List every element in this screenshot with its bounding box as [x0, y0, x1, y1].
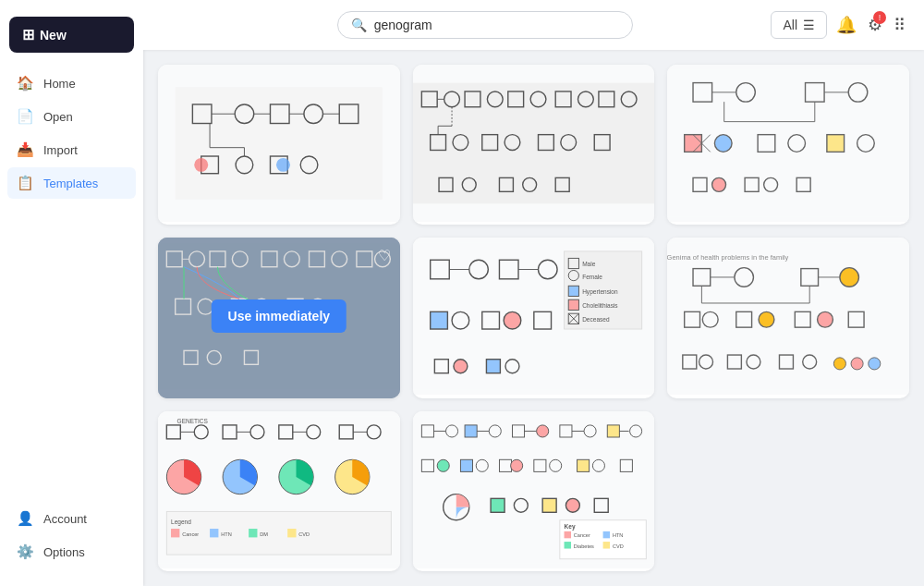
svg-point-183 [536, 425, 548, 437]
svg-text:Key: Key [564, 523, 575, 531]
sidebar-item-account[interactable]: 👤 Account [7, 503, 136, 534]
svg-rect-168 [210, 529, 218, 537]
svg-point-195 [510, 459, 522, 471]
sidebar-item-import[interactable]: 📥 Import [7, 134, 136, 165]
svg-point-132 [818, 312, 833, 328]
svg-point-57 [715, 135, 733, 153]
svg-text:Female: Female [582, 274, 602, 280]
svg-point-126 [840, 268, 859, 287]
template-card-medical-2[interactable]: GENETICS [158, 411, 400, 571]
template-card-medical-1[interactable]: Male Female Hypertension Cholelithiasis … [413, 238, 655, 397]
svg-rect-19 [413, 83, 655, 204]
sidebar-account-label: Account [43, 512, 87, 526]
card-info-medical-1: Medical Genogram 👁 105 ♡ 2 ⧉ 6 [413, 395, 655, 397]
use-immediately-button[interactable]: Use immediately [212, 299, 347, 333]
import-icon: 📥 [17, 141, 34, 158]
sidebar-item-import-label: Import [43, 143, 78, 157]
svg-rect-213 [564, 542, 570, 548]
card-thumb-top-middle [413, 65, 655, 222]
open-icon: 📄 [17, 108, 34, 125]
options-icon: ⚙️ [17, 543, 34, 560]
svg-text:CVD: CVD [613, 543, 624, 548]
svg-point-142 [869, 358, 881, 370]
svg-text:DM: DM [260, 531, 268, 536]
sidebar-item-home-label: Home [43, 77, 76, 91]
template-grid: 👁 68 ♡ 3 ⧉ 44 [143, 50, 924, 586]
template-card-top-middle[interactable]: 👁 408.0k ♡ 65 ⧉ 9.4k [413, 65, 655, 225]
search-input[interactable] [374, 18, 619, 32]
card-thumb-nursing: Key Cancer HTN Diabetes CVD [413, 411, 655, 568]
sidebar-item-templates[interactable]: 📋 Templates [7, 167, 136, 199]
svg-text:CVD: CVD [298, 531, 310, 536]
filter-button[interactable]: All ☰ [771, 11, 827, 39]
card-info-top-left: 👁 68 ♡ 3 ⧉ 44 [158, 222, 400, 225]
svg-rect-211 [602, 531, 609, 538]
card-thumb-top-left [158, 65, 400, 222]
svg-rect-204 [542, 498, 556, 512]
search-icon: 🔍 [351, 18, 367, 32]
sidebar-bottom: 👤 Account ⚙️ Options [0, 494, 143, 577]
plus-icon: ⊞ [22, 26, 34, 43]
svg-rect-202 [491, 498, 505, 512]
menu-icon: ☰ [803, 18, 815, 32]
search-bar[interactable]: 🔍 [337, 11, 633, 39]
header: 🔍 All ☰ 🔔 ⚙ ! ⠿ [143, 0, 924, 50]
card-thumb-family: ♡ Use immediately [158, 238, 400, 395]
template-card-health[interactable]: Genima of health problems in the family [667, 238, 909, 397]
svg-rect-98 [568, 300, 578, 311]
sidebar: ⊞ New 🏠 Home 📄 Open 📥 Import 📋 Templates… [0, 0, 143, 586]
svg-rect-198 [577, 459, 589, 471]
card-info-family: Family Genogram 👁 121 ♡ 1 ⧉ 33 [158, 395, 400, 397]
svg-text:Deceased: Deceased [582, 316, 610, 323]
sidebar-item-home[interactable]: 🏠 Home [7, 67, 136, 99]
sidebar-item-open-label: Open [43, 110, 73, 124]
sidebar-options-label: Options [43, 545, 85, 559]
settings-button[interactable]: ⚙ ! [868, 15, 882, 35]
svg-point-130 [759, 312, 774, 328]
notifications-button[interactable]: 🔔 [836, 15, 857, 35]
card-info-nursing: Medical Genogram for nursing school [413, 568, 655, 571]
header-icons: 🔔 ⚙ ! ⠿ [836, 15, 906, 35]
svg-rect-172 [287, 529, 296, 537]
template-card-nursing[interactable]: Key Cancer HTN Diabetes CVD Medical Geno… [413, 411, 655, 571]
svg-text:Genima of health problems in t: Genima of health problems in the family [667, 254, 788, 262]
home-icon: 🏠 [17, 75, 34, 92]
card-thumb-medical-sample [667, 65, 909, 222]
template-card-medical-sample[interactable]: Medical Genogram Sample 👁 53 ♡ 1 ⧉ [667, 65, 909, 225]
svg-rect-166 [171, 529, 179, 537]
new-label: New [40, 28, 67, 43]
svg-rect-192 [460, 459, 472, 471]
sidebar-item-templates-label: Templates [43, 177, 98, 190]
settings-badge: ! [873, 11, 886, 24]
svg-rect-215 [602, 542, 609, 548]
account-icon: 👤 [17, 510, 34, 527]
template-card-family[interactable]: ♡ Use immediately Family Genogram 👁 121 … [158, 238, 400, 397]
svg-rect-110 [430, 312, 447, 330]
svg-rect-164 [166, 511, 391, 555]
heart-overlay-icon: ♡ [378, 247, 391, 264]
svg-text:GENETICS: GENETICS [177, 418, 209, 424]
template-card-top-left[interactable]: 👁 68 ♡ 3 ⧉ 44 [158, 65, 400, 225]
filter-label: All [783, 18, 797, 32]
apps-button[interactable]: ⠿ [894, 15, 906, 35]
svg-text:Hypertension: Hypertension [582, 288, 618, 296]
svg-text:HTN: HTN [613, 532, 624, 538]
sidebar-nav: 🏠 Home 📄 Open 📥 Import 📋 Templates [0, 67, 143, 494]
card-thumb-medical-2: GENETICS [158, 411, 400, 568]
svg-point-141 [851, 358, 863, 370]
svg-point-63 [712, 177, 726, 191]
svg-point-116 [454, 360, 468, 373]
main-content: 🔍 All ☰ 🔔 ⚙ ! ⠿ [143, 0, 924, 586]
svg-point-191 [437, 459, 449, 471]
new-button[interactable]: ⊞ New [9, 17, 134, 53]
card-info-medical-sample: Medical Genogram Sample 👁 53 ♡ 1 ⧉ [667, 222, 909, 225]
svg-rect-170 [249, 529, 257, 537]
card-info-top-middle: 👁 408.0k ♡ 65 ⧉ 9.4k [413, 222, 655, 225]
svg-rect-60 [827, 135, 845, 153]
sidebar-item-open[interactable]: 📄 Open [7, 101, 136, 132]
svg-rect-117 [486, 360, 500, 373]
sidebar-item-options[interactable]: ⚙️ Options [7, 536, 136, 568]
svg-point-205 [565, 498, 579, 512]
svg-point-113 [504, 312, 521, 330]
svg-text:Cancer: Cancer [573, 532, 590, 538]
